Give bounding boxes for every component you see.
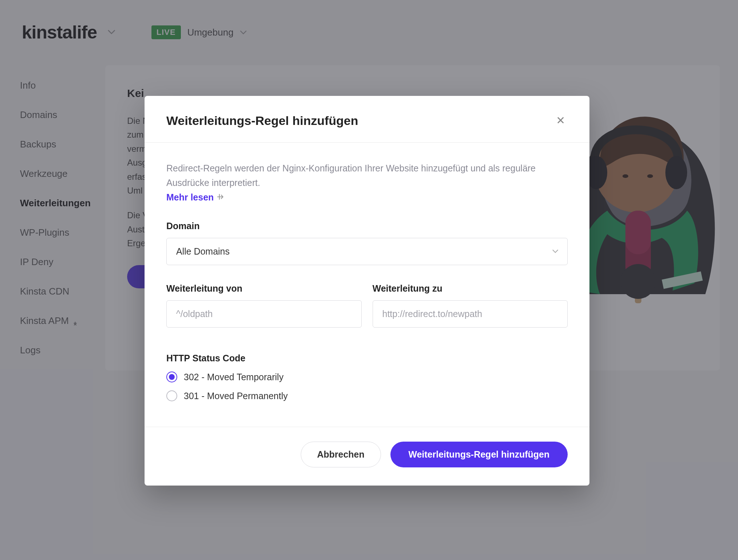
read-more-link[interactable]: Mehr lesen: [166, 192, 224, 203]
radio-301[interactable]: 301 - Moved Permanently: [166, 390, 568, 401]
external-link-icon: [217, 193, 224, 202]
http-status-label: HTTP Status Code: [166, 353, 568, 364]
redirect-from-input[interactable]: [166, 300, 362, 328]
cancel-label: Abbrechen: [317, 449, 365, 459]
modal-title: Weiterleitungs-Regel hinzufügen: [166, 114, 358, 128]
cancel-button[interactable]: Abbrechen: [301, 442, 381, 467]
modal-footer: Abbrechen Weiterleitungs-Regel hinzufüge…: [145, 427, 589, 486]
radio-icon: [166, 372, 177, 382]
read-more-label: Mehr lesen: [166, 192, 214, 203]
close-icon: ✕: [556, 114, 565, 126]
add-redirect-modal: Weiterleitungs-Regel hinzufügen ✕ Redire…: [145, 96, 589, 486]
close-button[interactable]: ✕: [553, 113, 568, 128]
submit-button[interactable]: Weiterleitungs-Regel hinzufügen: [390, 442, 568, 467]
domain-select[interactable]: Alle Domains: [166, 238, 568, 265]
modal-header: Weiterleitungs-Regel hinzufügen ✕: [145, 96, 589, 143]
domain-label: Domain: [166, 221, 568, 231]
redirect-to-label: Weiterleitung zu: [373, 283, 568, 294]
modal-description: Redirect-Regeln werden der Nginx-Konfigu…: [166, 161, 537, 190]
domain-select-value: Alle Domains: [176, 246, 230, 256]
radio-302[interactable]: 302 - Moved Temporarily: [166, 372, 568, 382]
redirect-to-input[interactable]: [373, 300, 568, 328]
modal-body: Redirect-Regeln werden der Nginx-Konfigu…: [145, 143, 589, 416]
radio-label: 302 - Moved Temporarily: [184, 372, 284, 382]
radio-label: 301 - Moved Permanently: [184, 391, 288, 401]
submit-label: Weiterleitungs-Regel hinzufügen: [409, 449, 550, 459]
redirect-from-label: Weiterleitung von: [166, 283, 362, 294]
radio-icon: [166, 390, 177, 401]
